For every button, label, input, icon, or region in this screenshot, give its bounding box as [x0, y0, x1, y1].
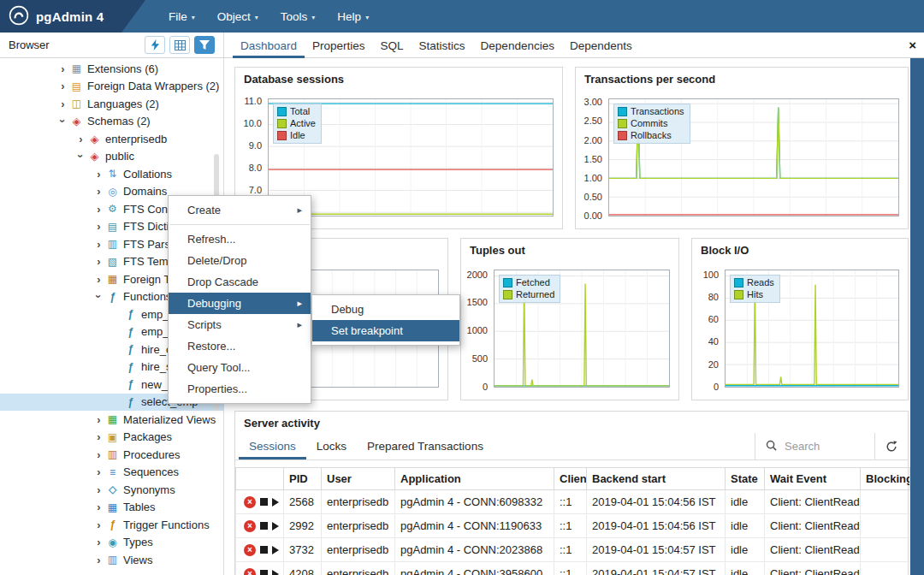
- cancel-session-icon[interactable]: [244, 568, 256, 575]
- chevron-right-icon[interactable]: [92, 449, 105, 460]
- cancel-session-icon[interactable]: [244, 520, 256, 532]
- menu-help[interactable]: Help▾: [326, 0, 380, 33]
- tree-item-trigger-functions[interactable]: Trigger Functions: [0, 516, 223, 534]
- tree-item-languages-2[interactable]: Languages (2): [0, 95, 223, 113]
- context-menu-item-drop-cascade[interactable]: Drop Cascade: [169, 271, 311, 293]
- cancel-session-icon[interactable]: [244, 496, 256, 508]
- activity-tab-sessions[interactable]: Sessions: [239, 433, 306, 459]
- chevron-right-icon[interactable]: [56, 63, 69, 74]
- tree-item-schemas-2[interactable]: Schemas (2): [0, 113, 223, 131]
- session-search-input[interactable]: [785, 440, 867, 453]
- chevron-right-icon[interactable]: [92, 466, 105, 477]
- menu-item-label: Drop Cascade: [187, 276, 302, 288]
- chevron-down-icon[interactable]: [74, 151, 87, 162]
- context-menu-item-refresh[interactable]: Refresh...: [169, 228, 311, 250]
- top-menubar: pgAdmin 4 File▾Object▾Tools▾Help▾: [0, 0, 924, 33]
- tab-statistics[interactable]: Statistics: [412, 33, 473, 58]
- chevron-right-icon[interactable]: [92, 414, 105, 425]
- session-actions-cell: [236, 490, 284, 514]
- context-menu-item-restore[interactable]: Restore...: [169, 335, 311, 357]
- expand-row-icon[interactable]: [272, 570, 279, 575]
- filter-icon[interactable]: [194, 36, 215, 54]
- tab-dependencies[interactable]: Dependencies: [473, 33, 562, 58]
- y-tick-label: 0: [483, 382, 488, 392]
- expand-row-icon[interactable]: [272, 498, 279, 507]
- chevron-down-icon[interactable]: [56, 116, 69, 127]
- tree-item-materialized-views[interactable]: Materialized Views: [0, 411, 223, 429]
- tree-item-procedures[interactable]: Procedures: [0, 446, 223, 464]
- chevron-right-icon[interactable]: [92, 221, 105, 232]
- tree-item-packages[interactable]: Packages: [0, 429, 223, 447]
- expand-row-icon[interactable]: [272, 522, 279, 531]
- activity-tab-prepared-transactions[interactable]: Prepared Transactions: [357, 433, 494, 459]
- tab-dashboard[interactable]: Dashboard: [233, 33, 305, 58]
- table-row[interactable]: 3732enterprisedbpgAdmin 4 - CONN:2023868…: [236, 538, 910, 562]
- context-menu-item-delete-drop[interactable]: Delete/Drop: [169, 250, 311, 271]
- context-menu-item-properties[interactable]: Properties...: [169, 378, 311, 400]
- terminate-session-icon[interactable]: [260, 570, 268, 575]
- tree-item-extensions-6[interactable]: Extensions (6): [0, 60, 223, 78]
- tab-properties[interactable]: Properties: [305, 33, 373, 58]
- table-icon: [105, 502, 120, 513]
- search-icon[interactable]: [766, 440, 777, 453]
- context-menu-item-query-tool[interactable]: Query Tool...: [169, 357, 311, 378]
- view-data-icon[interactable]: [169, 36, 190, 54]
- menu-file[interactable]: File▾: [157, 0, 206, 33]
- tree-item-tables[interactable]: Tables: [0, 499, 223, 517]
- chevron-right-icon[interactable]: [56, 98, 69, 110]
- expand-row-icon[interactable]: [272, 546, 279, 554]
- tree-item-synonyms[interactable]: Synonyms: [0, 481, 223, 499]
- brand: pgAdmin 4: [0, 0, 145, 33]
- chevron-right-icon[interactable]: [92, 204, 105, 215]
- chevron-right-icon[interactable]: [92, 256, 105, 267]
- tab-sql[interactable]: SQL: [373, 33, 412, 58]
- y-tick-label: 0: [714, 382, 719, 392]
- table-row[interactable]: 4208enterprisedbpgAdmin 4 - CONN:3958600…: [236, 562, 910, 575]
- menu-item-label: Debug: [331, 303, 451, 316]
- table-row[interactable]: 2992enterprisedbpgAdmin 4 - CONN:1190633…: [236, 514, 910, 538]
- chevron-right-icon[interactable]: [92, 519, 105, 531]
- chevron-right-icon[interactable]: [92, 239, 105, 250]
- refresh-icon[interactable]: [874, 433, 908, 459]
- function-icon: [105, 292, 120, 302]
- menu-tools[interactable]: Tools▾: [270, 0, 327, 33]
- query-tool-icon[interactable]: [145, 36, 165, 54]
- chevron-right-icon[interactable]: [92, 431, 105, 442]
- table-row[interactable]: 2568enterprisedbpgAdmin 4 - CONN:6098332…: [236, 490, 910, 514]
- close-panel-icon[interactable]: ×: [909, 39, 916, 51]
- tree-item-public[interactable]: public: [0, 148, 223, 166]
- tree-item-foreign-data-wrappers-2[interactable]: Foreign Data Wrappers (2): [0, 78, 223, 96]
- tree-item-collations[interactable]: Collations: [0, 165, 223, 183]
- cancel-session-icon[interactable]: [244, 544, 256, 556]
- chevron-down-icon[interactable]: [92, 291, 105, 302]
- chevron-right-icon[interactable]: [74, 133, 87, 145]
- terminate-session-icon[interactable]: [260, 498, 268, 506]
- tree-item-views[interactable]: Views: [0, 551, 223, 569]
- chevron-right-icon[interactable]: [92, 186, 105, 197]
- context-menu-item-scripts[interactable]: Scripts: [169, 314, 311, 335]
- chevron-down-icon: ▾: [192, 12, 195, 21]
- context-menu-item-create[interactable]: Create: [169, 199, 311, 221]
- server-activity-tabbar: SessionsLocksPrepared Transactions: [235, 433, 908, 460]
- tree-item-enterprisedb[interactable]: enterprisedb: [0, 130, 223, 148]
- activity-tab-locks[interactable]: Locks: [306, 433, 357, 459]
- submenu-item-set-breakpoint[interactable]: Set breakpoint: [312, 320, 459, 341]
- chevron-right-icon[interactable]: [92, 501, 105, 513]
- chevron-right-icon[interactable]: [92, 554, 105, 566]
- submenu-item-debug[interactable]: Debug: [312, 299, 459, 320]
- tree-item-label: Tables: [123, 501, 156, 513]
- cell-wait-event: Client: ClientRead: [765, 538, 861, 562]
- tree-item-sequences[interactable]: Sequences: [0, 464, 223, 482]
- tree-item-types[interactable]: Types: [0, 534, 223, 552]
- chevron-right-icon[interactable]: [92, 536, 105, 548]
- tab-dependents[interactable]: Dependents: [562, 33, 640, 58]
- context-menu-item-debugging[interactable]: Debugging: [169, 293, 311, 314]
- chevron-right-icon[interactable]: [92, 484, 105, 495]
- chevron-right-icon[interactable]: [92, 274, 105, 285]
- chevron-right-icon[interactable]: [92, 169, 105, 180]
- column-header-wait-event: Wait Event: [765, 468, 861, 490]
- terminate-session-icon[interactable]: [260, 546, 268, 554]
- terminate-session-icon[interactable]: [260, 522, 268, 530]
- menu-object[interactable]: Object▾: [206, 0, 270, 33]
- chevron-right-icon[interactable]: [56, 80, 69, 92]
